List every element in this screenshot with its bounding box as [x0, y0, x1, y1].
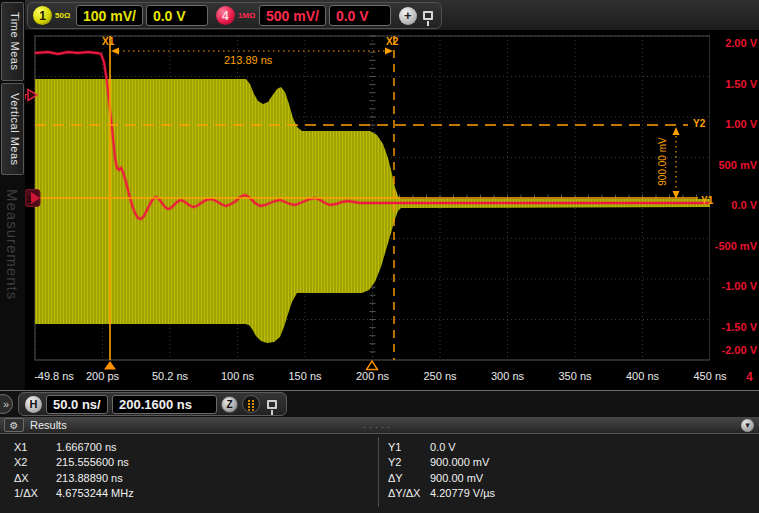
measurements-watermark: Measurements	[4, 189, 21, 300]
results-y-column: Y1 0.0 V Y2 900.000 mV ΔY 900.00 mV	[388, 439, 738, 501]
result-value: 4.6753244 MHz	[56, 487, 134, 499]
result-row: ΔX 213.88890 ns	[14, 470, 364, 486]
sidebar-tabs: Time Meas Vertical Meas	[0, 2, 25, 175]
horizontal-controls: H 50.0 ns/ 200.1600 ns Z	[18, 392, 287, 416]
channel1-group: 1 50Ω 100 mV/ 0.0 V 4 1MΩ 500 mV/ 0.0 V …	[27, 2, 442, 29]
axis-channel-indicator: 4	[746, 370, 753, 384]
channel1-scale-box[interactable]: 100 mV/	[76, 5, 143, 26]
time-axis-label: -49.8 ns	[34, 370, 74, 382]
result-value: 900.000 mV	[430, 456, 489, 468]
horizontal-toolbar: » H 50.0 ns/ 200.1600 ns Z	[0, 390, 759, 417]
result-value: 900.00 mV	[430, 472, 483, 484]
channel4-coupling-label: 1MΩ	[238, 12, 256, 20]
result-row: X2 215.555600 ns	[14, 455, 364, 471]
result-row: X1 1.666700 ns	[14, 439, 364, 455]
result-value: 215.555600 ns	[56, 456, 129, 468]
result-name: ΔY	[388, 472, 430, 484]
channel1-coupling-label: 50Ω	[55, 12, 73, 20]
time-axis: -49.8 ns200 ps50.2 ns100 ns150 ns200 ns2…	[25, 32, 759, 390]
result-row: 1/ΔX 4.6753244 MHz	[14, 486, 364, 502]
pin-icon[interactable]	[267, 400, 277, 409]
result-value: 0.0 V	[430, 441, 456, 453]
results-header: ⚙ Results ····· ▾	[0, 417, 759, 434]
add-channel-button[interactable]: +	[399, 7, 417, 25]
time-axis-label: 350 ns	[558, 370, 591, 382]
time-axis-label: 50.2 ns	[152, 370, 188, 382]
pin-icon[interactable]	[423, 11, 433, 20]
time-axis-label: 300 ns	[491, 370, 524, 382]
sidebar-tab[interactable]: Vertical Meas	[1, 83, 24, 176]
timebase-scale-box[interactable]: 50.0 ns/	[46, 395, 108, 414]
channel4-button[interactable]: 4	[216, 6, 235, 25]
collapse-results-button[interactable]: ▾	[741, 419, 754, 432]
waveform-display: T1 X1 X2 213.89 ns Y2 Y1 900.00 mV 2.00 …	[25, 32, 759, 390]
timebase-position-box[interactable]: 200.1600 ns	[112, 395, 217, 414]
channel4-offset-box[interactable]: 0.0 V	[329, 5, 391, 26]
results-title: Results	[30, 419, 67, 431]
oscilloscope-app: 1 50Ω 100 mV/ 0.0 V 4 1MΩ 500 mV/ 0.0 V …	[0, 0, 759, 513]
result-name: ΔX	[14, 472, 56, 484]
result-name: X1	[14, 441, 56, 453]
results-x-column: X1 1.666700 ns X2 215.555600 ns ΔX 213.8…	[14, 439, 364, 501]
zoom-icon[interactable]: Z	[221, 396, 238, 413]
channel1-button[interactable]: 1	[33, 6, 52, 25]
result-name: ΔY/ΔX	[388, 487, 430, 499]
results-body: X1 1.666700 ns X2 215.555600 ns ΔX 213.8…	[0, 434, 759, 513]
result-row: Y2 900.000 mV	[388, 455, 738, 471]
result-row: Y1 0.0 V	[388, 439, 738, 455]
time-axis-label: 250 ns	[423, 370, 456, 382]
result-name: X2	[14, 456, 56, 468]
time-axis-label: 150 ns	[288, 370, 321, 382]
results-column-divider	[378, 437, 379, 507]
gear-icon[interactable]: ⚙	[4, 418, 24, 432]
result-name: Y2	[388, 456, 430, 468]
result-name: 1/ΔX	[14, 487, 56, 499]
acquisition-points-icon[interactable]	[242, 395, 260, 413]
time-axis-label: 400 ns	[626, 370, 659, 382]
time-axis-label: 200 ps	[86, 370, 119, 382]
time-axis-label: 450 ns	[693, 370, 726, 382]
result-value: 213.88890 ns	[56, 472, 123, 484]
horizontal-button[interactable]: H	[25, 396, 42, 413]
channel-toolbar: 1 50Ω 100 mV/ 0.0 V 4 1MΩ 500 mV/ 0.0 V …	[25, 0, 759, 31]
time-axis-label: 200 ns	[356, 370, 389, 382]
channel4-scale-box[interactable]: 500 mV/	[259, 5, 326, 26]
expand-chevron-icon[interactable]: »	[0, 394, 13, 414]
result-name: Y1	[388, 441, 430, 453]
result-value: 1.666700 ns	[56, 441, 117, 453]
time-axis-label: 100 ns	[221, 370, 254, 382]
results-panel: ⚙ Results ····· ▾ X1 1.666700 ns X2 215.…	[0, 417, 759, 513]
result-row: ΔY 900.00 mV	[388, 470, 738, 486]
channel1-offset-box[interactable]: 0.0 V	[146, 5, 208, 26]
sidebar-tab[interactable]: Time Meas	[1, 2, 24, 81]
result-value: 4.20779 V/µs	[430, 487, 495, 499]
drag-handle-icon[interactable]: ·····	[363, 422, 393, 432]
result-row: ΔY/ΔX 4.20779 V/µs	[388, 486, 738, 502]
